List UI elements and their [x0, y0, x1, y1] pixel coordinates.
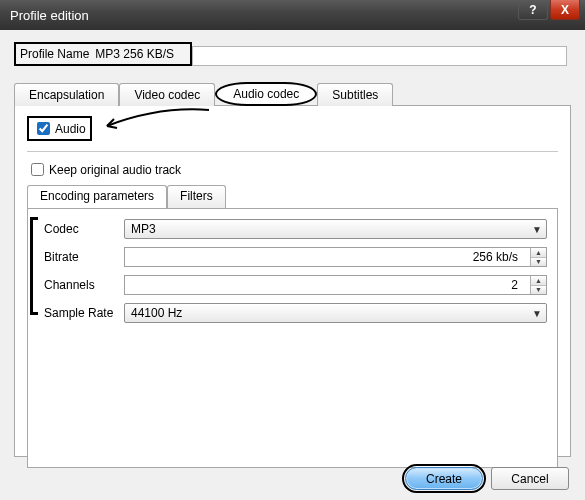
channels-row: Channels 2 ▲ ▼ [38, 275, 547, 295]
audio-checkbox[interactable] [37, 122, 50, 135]
titlebar: Profile edition ? X [0, 0, 585, 30]
bitrate-spinbox[interactable]: 256 kb/s ▲ ▼ [124, 247, 547, 267]
close-button[interactable]: X [550, 0, 580, 20]
keep-original-checkbox[interactable] [31, 163, 44, 176]
codec-tabs: Encapsulation Video codec Audio codec Su… [14, 80, 571, 106]
bitrate-spin-buttons: ▲ ▼ [530, 248, 546, 266]
tab-subtitles[interactable]: Subtitles [317, 83, 393, 106]
keep-original-label: Keep original audio track [49, 163, 181, 177]
channels-up[interactable]: ▲ [531, 276, 546, 286]
keep-original-row[interactable]: Keep original audio track [27, 160, 558, 179]
audio-checkbox-box: Audio [27, 116, 92, 141]
bitrate-up[interactable]: ▲ [531, 248, 546, 258]
tab-encapsulation[interactable]: Encapsulation [14, 83, 119, 106]
bitrate-down[interactable]: ▼ [531, 258, 546, 267]
audio-codec-panel: Audio Keep original audio track Encoding… [14, 105, 571, 457]
encoding-subtabs: Encoding parameters Filters [27, 185, 558, 209]
annotation-arrow [99, 104, 229, 134]
tab-video-codec[interactable]: Video codec [119, 83, 215, 106]
codec-row: Codec MP3 ▼ [38, 219, 547, 239]
encoding-parameters-panel: Codec MP3 ▼ Bitrate 256 kb/s ▲ ▼ Channel… [27, 208, 558, 468]
cancel-button[interactable]: Cancel [491, 467, 569, 490]
tab-encoding-parameters[interactable]: Encoding parameters [27, 185, 167, 209]
bitrate-label: Bitrate [38, 250, 124, 264]
help-icon: ? [529, 3, 536, 17]
codec-value: MP3 [131, 222, 156, 236]
profile-name-input[interactable] [192, 46, 567, 66]
profile-name-box: Profile Name MP3 256 KB/S [14, 42, 192, 66]
channels-value: 2 [125, 278, 546, 292]
sample-rate-value: 44100 Hz [131, 306, 182, 320]
help-button[interactable]: ? [518, 0, 548, 20]
codec-dropdown[interactable]: MP3 ▼ [124, 219, 547, 239]
chevron-down-icon: ▼ [532, 224, 542, 235]
divider [27, 151, 558, 152]
audio-checkbox-row[interactable]: Audio [33, 119, 86, 138]
sample-rate-dropdown[interactable]: 44100 Hz ▼ [124, 303, 547, 323]
codec-label: Codec [38, 222, 124, 236]
bitrate-value: 256 kb/s [125, 250, 546, 264]
chevron-down-icon: ▼ [532, 308, 542, 319]
bitrate-row: Bitrate 256 kb/s ▲ ▼ [38, 247, 547, 267]
sample-rate-row: Sample Rate 44100 Hz ▼ [38, 303, 547, 323]
tab-filters[interactable]: Filters [167, 185, 226, 209]
profile-name-value[interactable]: MP3 256 KB/S [95, 47, 174, 61]
audio-checkbox-label: Audio [55, 122, 86, 136]
channels-down[interactable]: ▼ [531, 286, 546, 295]
window-title: Profile edition [10, 8, 89, 23]
sample-rate-label: Sample Rate [38, 306, 124, 320]
dialog-body: Profile Name MP3 256 KB/S Encapsulation … [0, 30, 585, 500]
channels-spin-buttons: ▲ ▼ [530, 276, 546, 294]
create-button[interactable]: Create [405, 467, 483, 490]
channels-spinbox[interactable]: 2 ▲ ▼ [124, 275, 547, 295]
dialog-footer: Create Cancel [405, 467, 569, 490]
channels-label: Channels [38, 278, 124, 292]
annotation-bracket [30, 217, 38, 315]
profile-name-label: Profile Name [20, 47, 89, 61]
tab-audio-codec[interactable]: Audio codec [215, 82, 317, 106]
close-icon: X [561, 3, 569, 17]
